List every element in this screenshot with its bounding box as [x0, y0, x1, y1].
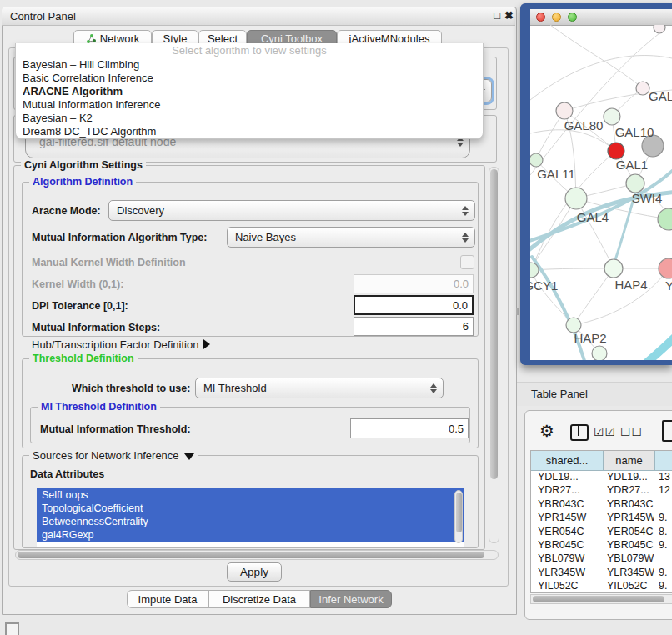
network-node[interactable] — [626, 174, 644, 192]
minimize-traffic-light[interactable] — [552, 12, 561, 22]
table-cell: YPR145W — [607, 512, 654, 523]
manual-kernel-checkbox[interactable] — [460, 255, 474, 269]
which-threshold-value: MI Threshold — [203, 382, 267, 394]
mi-type-combobox[interactable]: Naive Bayes — [227, 227, 475, 248]
network-node-label: GAL10 — [615, 125, 654, 139]
network-node-label: GCY1 — [530, 278, 558, 292]
settings-hscrollbar-thumb[interactable] — [18, 552, 484, 558]
network-node[interactable] — [604, 259, 623, 278]
network-node-label: HAP4 — [614, 278, 647, 292]
network-node[interactable] — [604, 108, 620, 125]
table-row[interactable]: YDL19...YDL19...13 — [531, 471, 672, 484]
table-cell: YBR043C — [538, 498, 601, 510]
table-hscrollbar-thumb[interactable] — [533, 596, 664, 602]
settings-scrollbar-thumb[interactable] — [490, 169, 498, 479]
sources-title-text: Sources for Network Inference — [33, 449, 179, 462]
mi-threshold-label: Mutual Information Threshold: — [40, 423, 191, 435]
sheet-icon[interactable] — [662, 420, 672, 442]
manual-kernel-label: Manual Kernel Width Definition — [32, 257, 186, 268]
algorithm-dropdown-popup: Select algorithm to view settings Bayesi… — [15, 43, 484, 139]
algorithm-option[interactable]: Basic Correlation Inference — [16, 72, 483, 85]
dpi-tolerance-label: DPI Tolerance [0,1]: — [32, 300, 128, 312]
attributes-scrollbar-thumb[interactable] — [456, 492, 462, 532]
table-cell: YLR345W — [538, 567, 601, 578]
algorithm-option[interactable]: Mutual Information Inference — [16, 98, 483, 112]
threshold-definition-title: Threshold Definition — [29, 352, 138, 364]
table-row[interactable]: YBL079WYBL079W — [531, 552, 672, 566]
minimized-window-icon[interactable] — [5, 622, 19, 635]
table-cell: 12 — [659, 484, 672, 496]
sources-group-title[interactable]: Sources for Network Inference — [29, 449, 198, 462]
algorithm-popup-placeholder: Select algorithm to view settings — [16, 43, 483, 58]
checked-columns-icon[interactable]: ☑☑ — [594, 425, 616, 438]
algorithm-option[interactable]: Dream8 DC_TDC Algorithm — [16, 125, 483, 138]
close-traffic-light[interactable] — [536, 12, 545, 22]
table-row[interactable]: YLR345WYLR345W9. — [531, 567, 672, 580]
gear-icon[interactable]: ⚙ — [539, 421, 554, 441]
network-node[interactable] — [636, 82, 649, 95]
network-node[interactable] — [654, 25, 665, 33]
kernel-width-field[interactable]: 0.0 — [354, 274, 474, 293]
network-node[interactable] — [530, 153, 543, 167]
algorithm-definition-title: Algorithm Definition — [29, 176, 136, 188]
apply-button[interactable]: Apply — [227, 562, 282, 582]
table-cell: YBR045C — [538, 539, 601, 551]
control-panel-titlebar[interactable] — [2, 7, 515, 26]
kernel-width-label: Kernel Width (0,1): — [32, 278, 123, 290]
table-cell: YBL079W — [607, 552, 654, 564]
algorithm-option[interactable]: Bayesian – K2 — [16, 112, 483, 125]
network-node[interactable] — [565, 188, 587, 209]
column-header-1[interactable]: shared... — [531, 451, 604, 471]
aracne-mode-combobox[interactable]: Discovery — [108, 200, 475, 221]
network-edge-thick[interactable] — [630, 335, 672, 360]
dpi-tolerance-field[interactable]: 0.0 — [354, 295, 474, 315]
network-node-label: GAL — [649, 89, 672, 103]
network-edge[interactable] — [531, 268, 614, 270]
network-edge[interactable] — [574, 268, 614, 325]
algorithm-popup-list: Bayesian – Hill ClimbingBasic Correlatio… — [16, 58, 483, 138]
table-row[interactable]: YIL052CYIL052C9. — [531, 580, 672, 593]
mi-threshold-group-title: MI Threshold Definition — [38, 401, 160, 412]
table-row[interactable]: YDR27...YDR27...12 — [531, 484, 672, 498]
table-cell: YBR043C — [607, 498, 654, 510]
mi-steps-field[interactable]: 6 — [354, 317, 474, 336]
algorithm-option[interactable]: ARACNE Algorithm — [16, 85, 483, 98]
unchecked-columns-icon[interactable]: ☐☐ — [620, 425, 643, 438]
attribute-item[interactable]: gal4RGexp — [37, 528, 464, 542]
mi-threshold-field[interactable]: 0.5 — [350, 418, 469, 438]
network-node-label: GAL4 — [577, 210, 609, 224]
bottom-tab-infer-network[interactable]: Infer Network — [310, 590, 392, 608]
column-header-2[interactable]: name — [604, 451, 655, 471]
attribute-item[interactable]: TopologicalCoefficient — [37, 502, 464, 515]
table-cell: YDR27... — [538, 484, 601, 496]
network-node[interactable] — [608, 142, 624, 159]
network-canvas[interactable]: GALGAL80GAL10GAL1GAL11SWI4GAL4GCY1HAP4YH… — [530, 25, 672, 360]
network-node[interactable] — [592, 346, 607, 360]
which-threshold-combobox[interactable]: MI Threshold — [195, 378, 444, 398]
algorithm-option[interactable]: Bayesian – Hill Climbing — [16, 58, 483, 72]
close-window-icon[interactable]: ✖ — [504, 9, 514, 22]
table-row[interactable]: YPR145WYPR145W9. — [531, 512, 672, 525]
network-node[interactable] — [659, 258, 672, 278]
which-threshold-label: Which threshold to use: — [72, 382, 190, 394]
column-header-3[interactable]: A — [655, 451, 672, 471]
table-cell: 9. — [659, 539, 672, 551]
bottom-tab-impute-data[interactable]: Impute Data — [127, 590, 208, 608]
network-node-label: GAL80 — [564, 118, 604, 132]
float-window-icon[interactable]: □ — [494, 9, 500, 22]
table-row[interactable]: YBR045CYBR045C9. — [531, 539, 672, 552]
table-panel-title: Table Panel — [531, 388, 588, 400]
attribute-item[interactable]: SelfLoops — [37, 488, 464, 502]
attribute-item[interactable]: BetweennessCentrality — [37, 515, 464, 528]
hub-definition-expander[interactable]: Hub/Transcription Factor Definition — [32, 338, 210, 351]
bottom-tab-discretize-data[interactable]: Discretize Data — [208, 590, 310, 608]
panel-splitter-handle[interactable] — [516, 308, 519, 315]
expander-expanded-icon — [184, 453, 194, 460]
split-columns-icon[interactable] — [570, 424, 589, 441]
zoom-traffic-light[interactable] — [568, 12, 577, 22]
table-cell: YER054C — [538, 526, 601, 538]
network-node[interactable] — [658, 208, 672, 230]
network-node[interactable] — [556, 102, 573, 119]
table-row[interactable]: YER054CYER054C8. — [531, 526, 672, 539]
table-row[interactable]: YBR043CYBR043C — [531, 498, 672, 512]
